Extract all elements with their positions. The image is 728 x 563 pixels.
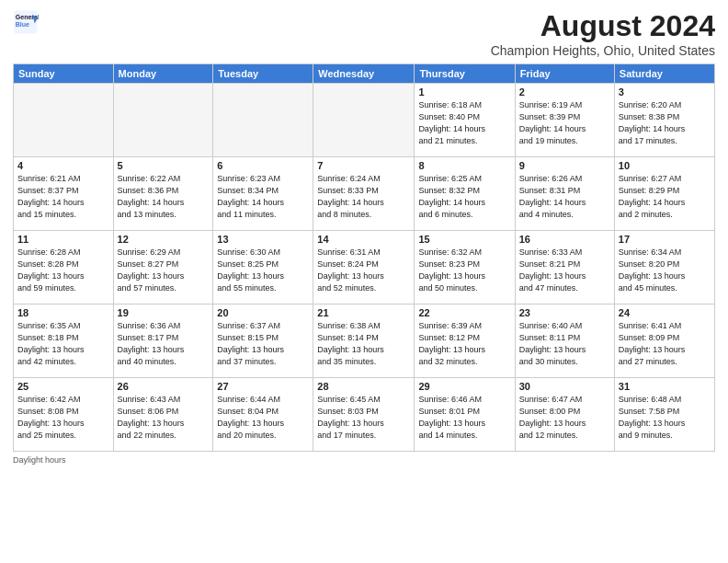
day-info: Sunrise: 6:26 AMSunset: 8:31 PMDaylight:… (519, 173, 610, 221)
day-info: Sunrise: 6:34 AMSunset: 8:20 PMDaylight:… (619, 247, 711, 294)
calendar-cell: 2Sunrise: 6:19 AMSunset: 8:39 PMDaylight… (515, 84, 614, 157)
day-info: Sunrise: 6:32 AMSunset: 8:23 PMDaylight:… (418, 247, 510, 294)
day-number: 18 (17, 307, 109, 318)
day-number: 10 (619, 160, 711, 171)
calendar-cell: 30Sunrise: 6:47 AMSunset: 8:00 PMDayligh… (515, 378, 614, 452)
calendar-cell: 31Sunrise: 6:48 AMSunset: 7:58 PMDayligh… (614, 378, 714, 452)
calendar-cell (14, 84, 114, 157)
calendar-cell: 23Sunrise: 6:40 AMSunset: 8:11 PMDayligh… (515, 304, 614, 378)
logo-icon: General Blue (13, 9, 39, 35)
calendar-cell: 5Sunrise: 6:22 AMSunset: 8:36 PMDaylight… (113, 157, 213, 231)
day-info: Sunrise: 6:43 AMSunset: 8:06 PMDaylight:… (118, 394, 210, 442)
day-info: Sunrise: 6:37 AMSunset: 8:15 PMDaylight:… (217, 320, 309, 368)
calendar-week-row: 25Sunrise: 6:42 AMSunset: 8:08 PMDayligh… (14, 378, 715, 452)
page-container: General Blue August 2024 Champion Height… (0, 0, 728, 563)
calendar-cell: 24Sunrise: 6:41 AMSunset: 8:09 PMDayligh… (614, 304, 714, 378)
calendar-cell: 6Sunrise: 6:23 AMSunset: 8:34 PMDaylight… (213, 157, 313, 231)
day-info: Sunrise: 6:25 AMSunset: 8:32 PMDaylight:… (418, 173, 510, 221)
calendar-cell: 19Sunrise: 6:36 AMSunset: 8:17 PMDayligh… (113, 304, 213, 378)
day-info: Sunrise: 6:45 AMSunset: 8:03 PMDaylight:… (317, 394, 410, 442)
calendar-week-row: 11Sunrise: 6:28 AMSunset: 8:28 PMDayligh… (14, 231, 715, 304)
day-info: Sunrise: 6:22 AMSunset: 8:36 PMDaylight:… (118, 173, 210, 221)
day-number: 22 (418, 307, 510, 318)
calendar-cell: 15Sunrise: 6:32 AMSunset: 8:23 PMDayligh… (415, 231, 515, 304)
col-sunday: Sunday (14, 64, 114, 84)
calendar-cell: 10Sunrise: 6:27 AMSunset: 8:29 PMDayligh… (614, 157, 714, 231)
calendar-cell: 18Sunrise: 6:35 AMSunset: 8:18 PMDayligh… (14, 304, 114, 378)
day-info: Sunrise: 6:33 AMSunset: 8:21 PMDaylight:… (519, 247, 610, 294)
calendar-header-row: Sunday Monday Tuesday Wednesday Thursday… (14, 64, 715, 84)
calendar-table: Sunday Monday Tuesday Wednesday Thursday… (13, 63, 715, 452)
day-info: Sunrise: 6:31 AMSunset: 8:24 PMDaylight:… (317, 247, 410, 294)
calendar-cell: 11Sunrise: 6:28 AMSunset: 8:28 PMDayligh… (14, 231, 114, 304)
day-number: 23 (519, 307, 610, 318)
calendar-week-row: 1Sunrise: 6:18 AMSunset: 8:40 PMDaylight… (14, 84, 715, 157)
calendar-cell: 21Sunrise: 6:38 AMSunset: 8:14 PMDayligh… (313, 304, 415, 378)
calendar-cell: 1Sunrise: 6:18 AMSunset: 8:40 PMDaylight… (415, 84, 515, 157)
day-info: Sunrise: 6:23 AMSunset: 8:34 PMDaylight:… (217, 173, 309, 221)
col-tuesday: Tuesday (213, 64, 313, 84)
calendar-cell: 8Sunrise: 6:25 AMSunset: 8:32 PMDaylight… (415, 157, 515, 231)
col-friday: Friday (515, 64, 614, 84)
calendar-cell: 25Sunrise: 6:42 AMSunset: 8:08 PMDayligh… (14, 378, 114, 452)
day-number: 24 (619, 307, 711, 318)
day-number: 1 (418, 86, 510, 98)
calendar-cell: 22Sunrise: 6:39 AMSunset: 8:12 PMDayligh… (415, 304, 515, 378)
day-number: 28 (317, 381, 410, 392)
day-info: Sunrise: 6:40 AMSunset: 8:11 PMDaylight:… (519, 320, 610, 368)
col-wednesday: Wednesday (313, 64, 415, 84)
calendar-cell: 29Sunrise: 6:46 AMSunset: 8:01 PMDayligh… (415, 378, 515, 452)
day-number: 19 (118, 307, 210, 318)
day-number: 8 (418, 160, 510, 171)
logo: General Blue (13, 9, 39, 35)
day-info: Sunrise: 6:46 AMSunset: 8:01 PMDaylight:… (418, 394, 510, 442)
calendar-cell: 16Sunrise: 6:33 AMSunset: 8:21 PMDayligh… (515, 231, 614, 304)
day-info: Sunrise: 6:18 AMSunset: 8:40 PMDaylight:… (418, 99, 510, 147)
calendar-cell: 12Sunrise: 6:29 AMSunset: 8:27 PMDayligh… (113, 231, 213, 304)
day-info: Sunrise: 6:42 AMSunset: 8:08 PMDaylight:… (17, 394, 109, 442)
calendar-cell: 9Sunrise: 6:26 AMSunset: 8:31 PMDaylight… (515, 157, 614, 231)
day-number: 29 (418, 381, 510, 392)
day-info: Sunrise: 6:47 AMSunset: 8:00 PMDaylight:… (519, 394, 610, 442)
col-saturday: Saturday (614, 64, 714, 84)
day-number: 2 (519, 86, 610, 98)
day-info: Sunrise: 6:39 AMSunset: 8:12 PMDaylight:… (418, 320, 510, 368)
day-number: 15 (418, 234, 510, 245)
day-number: 12 (118, 234, 210, 245)
day-number: 11 (17, 234, 109, 245)
col-monday: Monday (113, 64, 213, 84)
calendar-cell: 3Sunrise: 6:20 AMSunset: 8:38 PMDaylight… (614, 84, 714, 157)
day-number: 16 (519, 234, 610, 245)
day-number: 5 (118, 160, 210, 171)
calendar-cell: 4Sunrise: 6:21 AMSunset: 8:37 PMDaylight… (14, 157, 114, 231)
day-number: 7 (317, 160, 410, 171)
calendar-week-row: 4Sunrise: 6:21 AMSunset: 8:37 PMDaylight… (14, 157, 715, 231)
day-info: Sunrise: 6:41 AMSunset: 8:09 PMDaylight:… (619, 320, 711, 368)
day-info: Sunrise: 6:44 AMSunset: 8:04 PMDaylight:… (217, 394, 309, 442)
day-number: 20 (217, 307, 309, 318)
calendar-cell: 20Sunrise: 6:37 AMSunset: 8:15 PMDayligh… (213, 304, 313, 378)
day-info: Sunrise: 6:21 AMSunset: 8:37 PMDaylight:… (17, 173, 109, 221)
calendar-cell: 27Sunrise: 6:44 AMSunset: 8:04 PMDayligh… (213, 378, 313, 452)
footer-note: Daylight hours (13, 455, 715, 465)
day-info: Sunrise: 6:48 AMSunset: 7:58 PMDaylight:… (619, 394, 711, 442)
day-number: 25 (17, 381, 109, 392)
calendar-cell: 7Sunrise: 6:24 AMSunset: 8:33 PMDaylight… (313, 157, 415, 231)
calendar-cell: 13Sunrise: 6:30 AMSunset: 8:25 PMDayligh… (213, 231, 313, 304)
day-info: Sunrise: 6:28 AMSunset: 8:28 PMDaylight:… (17, 247, 109, 294)
title-block: August 2024 Champion Heights, Ohio, Unit… (491, 9, 715, 58)
day-number: 4 (17, 160, 109, 171)
day-number: 30 (519, 381, 610, 392)
day-number: 26 (118, 381, 210, 392)
calendar-cell: 17Sunrise: 6:34 AMSunset: 8:20 PMDayligh… (614, 231, 714, 304)
calendar-cell: 28Sunrise: 6:45 AMSunset: 8:03 PMDayligh… (313, 378, 415, 452)
day-number: 14 (317, 234, 410, 245)
calendar-cell (113, 84, 213, 157)
day-info: Sunrise: 6:29 AMSunset: 8:27 PMDaylight:… (118, 247, 210, 294)
col-thursday: Thursday (415, 64, 515, 84)
day-info: Sunrise: 6:35 AMSunset: 8:18 PMDaylight:… (17, 320, 109, 368)
day-info: Sunrise: 6:24 AMSunset: 8:33 PMDaylight:… (317, 173, 410, 221)
day-number: 17 (619, 234, 711, 245)
day-number: 13 (217, 234, 309, 245)
day-info: Sunrise: 6:36 AMSunset: 8:17 PMDaylight:… (118, 320, 210, 368)
